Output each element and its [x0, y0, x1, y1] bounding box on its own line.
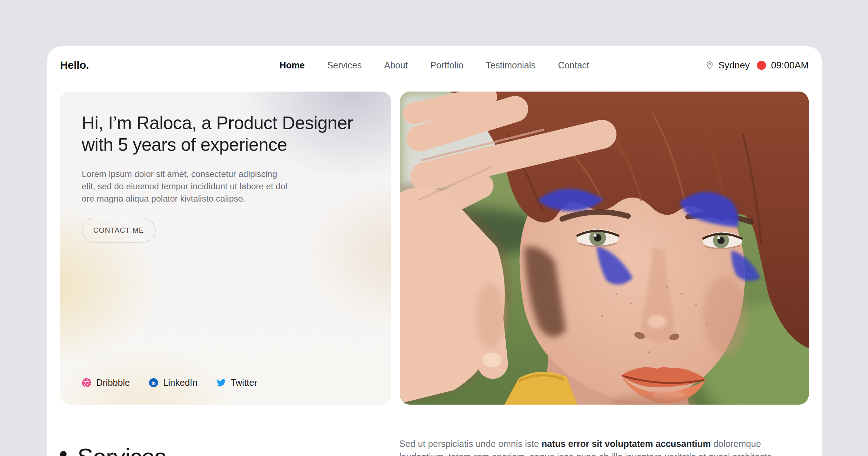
twitter-icon	[216, 378, 226, 388]
nav-item-portfolio[interactable]: Portfolio	[430, 60, 464, 70]
social-links: Dribbble in LinkedIn Twitter	[82, 377, 257, 388]
location-city: Sydney	[718, 60, 750, 71]
social-label: Twitter	[231, 377, 258, 388]
social-label: LinkedIn	[163, 377, 197, 388]
services-title: Services	[77, 443, 166, 456]
location-time: Sydney 09:00AM	[705, 60, 809, 71]
hero-paragraph: Lorem ipsum dolor sit amet, consectetur …	[82, 168, 370, 205]
nav-item-contact[interactable]: Contact	[558, 60, 589, 70]
main-nav: Home Services About Portfolio Testimonia…	[280, 60, 589, 71]
intro-text-1: Sed ut perspiciatis unde omnis iste	[399, 439, 541, 449]
hero-heading: Hi, I’m Raloca, a Product Designer with …	[82, 112, 370, 156]
services-intro-paragraph: Sed ut perspiciatis unde omnis iste natu…	[399, 437, 791, 456]
local-time: 09:00AM	[771, 60, 809, 71]
nav-item-about[interactable]: About	[384, 60, 408, 70]
map-pin-icon	[705, 60, 715, 70]
contact-me-button[interactable]: CONTACT ME	[82, 218, 156, 242]
dribbble-icon	[82, 378, 92, 388]
nav-item-services[interactable]: Services	[327, 60, 362, 70]
social-link-linkedin[interactable]: in LinkedIn	[149, 377, 197, 388]
nav-item-home[interactable]: Home	[280, 60, 305, 70]
status-dot	[757, 61, 766, 70]
main-card: Hello. Home Services About Portfolio Tes…	[47, 46, 822, 456]
svg-text:in: in	[152, 380, 156, 386]
services-section-heading: Services	[60, 443, 166, 456]
nav-item-testimonials[interactable]: Testimonials	[486, 60, 536, 70]
site-logo[interactable]: Hello.	[60, 59, 89, 71]
site-header: Hello. Home Services About Portfolio Tes…	[47, 46, 822, 84]
hero-intro-card: Hi, I’m Raloca, a Product Designer with …	[60, 92, 391, 405]
social-label: Dribbble	[96, 377, 130, 388]
list-bullet	[60, 451, 67, 456]
intro-text-bold: natus error sit voluptatem accusantium	[541, 439, 711, 449]
hero-section: Hi, I’m Raloca, a Product Designer with …	[60, 92, 809, 405]
portrait-illustration	[400, 92, 809, 405]
portrait-photo	[400, 92, 809, 405]
social-link-dribbble[interactable]: Dribbble	[82, 377, 130, 388]
linkedin-icon: in	[149, 378, 158, 388]
social-link-twitter[interactable]: Twitter	[216, 377, 258, 388]
